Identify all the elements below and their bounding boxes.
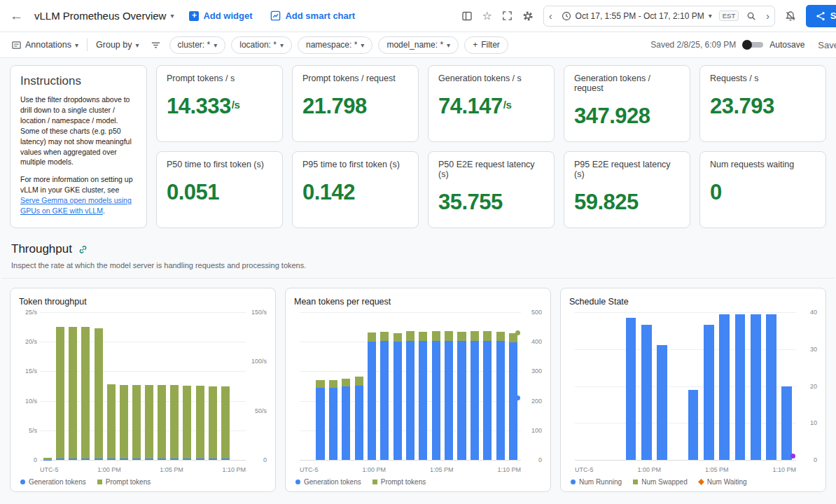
chevron-right-icon: › bbox=[766, 10, 769, 22]
data-point[interactable] bbox=[790, 454, 795, 458]
bar[interactable] bbox=[355, 377, 363, 460]
filter-list-button[interactable] bbox=[148, 37, 164, 53]
bar[interactable] bbox=[657, 345, 667, 460]
section-link-icon[interactable] bbox=[78, 244, 88, 255]
bar[interactable] bbox=[120, 385, 128, 460]
bar[interactable] bbox=[145, 385, 153, 460]
filter-chips: cluster: *▾location: *▾namespace: *▾mode… bbox=[169, 36, 459, 54]
chart-legend: Generation tokensPrompt tokens bbox=[19, 474, 267, 489]
section-title: Throughput bbox=[11, 242, 72, 256]
save-button[interactable]: Save bbox=[811, 36, 836, 55]
bar[interactable] bbox=[221, 386, 230, 461]
bar[interactable] bbox=[107, 384, 116, 460]
bar[interactable] bbox=[641, 325, 652, 460]
bar[interactable] bbox=[132, 385, 141, 460]
legend-marker bbox=[698, 479, 704, 485]
bar[interactable] bbox=[704, 325, 714, 460]
bar[interactable] bbox=[735, 314, 746, 460]
legend-marker bbox=[633, 479, 638, 484]
group-by-menu[interactable]: Group by ▾ bbox=[93, 37, 141, 52]
notifications-off-button[interactable] bbox=[782, 8, 799, 24]
add-widget-button[interactable]: + Add widget bbox=[182, 6, 259, 25]
add-smart-chart-button[interactable]: Add smart chart bbox=[263, 6, 362, 25]
autosave-toggle[interactable] bbox=[742, 40, 763, 50]
dashboard-title-menu[interactable]: vLLM Prometheus Overview ▾ bbox=[30, 7, 178, 24]
chart-legend: Generation tokensPrompt tokens bbox=[294, 474, 542, 489]
bar[interactable] bbox=[170, 385, 179, 460]
bar[interactable] bbox=[457, 332, 466, 460]
bar[interactable] bbox=[419, 332, 427, 460]
bar[interactable] bbox=[393, 333, 402, 460]
bar[interactable] bbox=[766, 314, 776, 460]
bar[interactable] bbox=[196, 386, 204, 460]
scorecard-label: Requests / s bbox=[710, 74, 816, 83]
add-filter-chip[interactable]: + Filter bbox=[464, 36, 508, 54]
bar[interactable] bbox=[81, 327, 90, 460]
star-button[interactable]: ☆ bbox=[480, 8, 495, 24]
legend-item[interactable]: Num Waiting bbox=[699, 478, 747, 486]
bar[interactable] bbox=[406, 331, 414, 460]
bar[interactable] bbox=[95, 328, 103, 460]
filter-chip-model_name[interactable]: model_name: *▾ bbox=[378, 36, 459, 54]
bar[interactable] bbox=[158, 385, 166, 460]
legend-item[interactable]: Prompt tokens bbox=[372, 478, 426, 486]
filter-chip-cluster[interactable]: cluster: *▾ bbox=[169, 36, 226, 54]
bar[interactable] bbox=[719, 314, 730, 460]
back-button[interactable]: ← bbox=[7, 6, 26, 25]
chart-plot[interactable]: 25/s20/s15/s10/s5/s0150/s100/s50/s0UTC-5… bbox=[19, 308, 267, 474]
chevron-down-icon: ▾ bbox=[75, 41, 78, 49]
bar[interactable] bbox=[471, 331, 479, 460]
chart-plot[interactable]: 403020100UTC-51:00 PM1:05 PM1:10 PM bbox=[569, 308, 817, 474]
bar[interactable] bbox=[329, 380, 337, 460]
bar[interactable] bbox=[209, 386, 217, 461]
time-search-button[interactable] bbox=[741, 6, 761, 26]
settings-button[interactable] bbox=[520, 8, 536, 24]
chevron-left-icon: ‹ bbox=[549, 10, 552, 22]
chevron-down-icon: ▾ bbox=[214, 41, 217, 49]
bar[interactable] bbox=[183, 386, 191, 460]
bar[interactable] bbox=[316, 380, 324, 460]
axis-tick-label: 10 bbox=[798, 419, 817, 426]
chart-grid-area bbox=[575, 312, 796, 460]
legend-item[interactable]: Generation tokens bbox=[295, 478, 361, 486]
bar[interactable] bbox=[496, 332, 505, 460]
legend-item[interactable]: Prompt tokens bbox=[97, 478, 151, 486]
fullscreen-button[interactable] bbox=[499, 8, 515, 24]
axis-tick-label: 0 bbox=[19, 456, 37, 463]
share-button[interactable]: Share bbox=[806, 5, 836, 27]
scorecard-value: 0.142 bbox=[302, 180, 408, 205]
bar[interactable] bbox=[69, 327, 77, 460]
chart-plot[interactable]: 5004003002001000UTC-51:00 PM1:05 PM1:10 … bbox=[294, 308, 542, 474]
charts-grid: Token throughput 25/s20/s15/s10/s5/s0150… bbox=[10, 288, 826, 492]
filter-chip-namespace[interactable]: namespace: *▾ bbox=[298, 36, 372, 54]
time-range-dropdown[interactable]: Oct 17, 1:55 PM - Oct 17, 2:10 PM ▾ bbox=[557, 11, 716, 21]
bar[interactable] bbox=[368, 332, 376, 460]
bar[interactable] bbox=[432, 331, 440, 460]
legend-item[interactable]: Generation tokens bbox=[20, 478, 86, 486]
fullscreen-icon bbox=[502, 10, 513, 21]
gke-vllm-link[interactable]: Serve Gemma open models using GPUs on GK… bbox=[20, 196, 132, 215]
bar[interactable] bbox=[483, 331, 492, 460]
legend-item[interactable]: Num Running bbox=[571, 478, 622, 486]
bar[interactable] bbox=[688, 390, 699, 460]
bar[interactable] bbox=[751, 314, 761, 460]
axis-tick-label: 25/s bbox=[19, 309, 37, 316]
annotations-menu[interactable]: Annotations ▾ bbox=[8, 37, 81, 53]
bar[interactable] bbox=[56, 327, 64, 460]
back-arrow-icon: ← bbox=[10, 9, 23, 22]
chart-card-2: Schedule State 403020100UTC-51:00 PM1:05… bbox=[560, 288, 826, 492]
filter-chip-location[interactable]: location: *▾ bbox=[231, 36, 292, 54]
timezone-chip[interactable]: EST bbox=[719, 10, 739, 21]
bar[interactable] bbox=[380, 332, 389, 460]
time-back-button[interactable]: ‹ bbox=[544, 6, 557, 26]
data-point[interactable] bbox=[515, 330, 520, 335]
scorecard-value: 14.333/s bbox=[167, 94, 272, 119]
template-library-button[interactable] bbox=[459, 8, 475, 24]
legend-item[interactable]: Num Swapped bbox=[633, 478, 688, 486]
bar[interactable] bbox=[445, 331, 453, 460]
bar[interactable] bbox=[781, 386, 792, 461]
bar[interactable] bbox=[626, 318, 636, 460]
bar[interactable] bbox=[43, 456, 52, 460]
time-forward-button[interactable]: › bbox=[761, 6, 774, 26]
bar[interactable] bbox=[342, 379, 350, 460]
